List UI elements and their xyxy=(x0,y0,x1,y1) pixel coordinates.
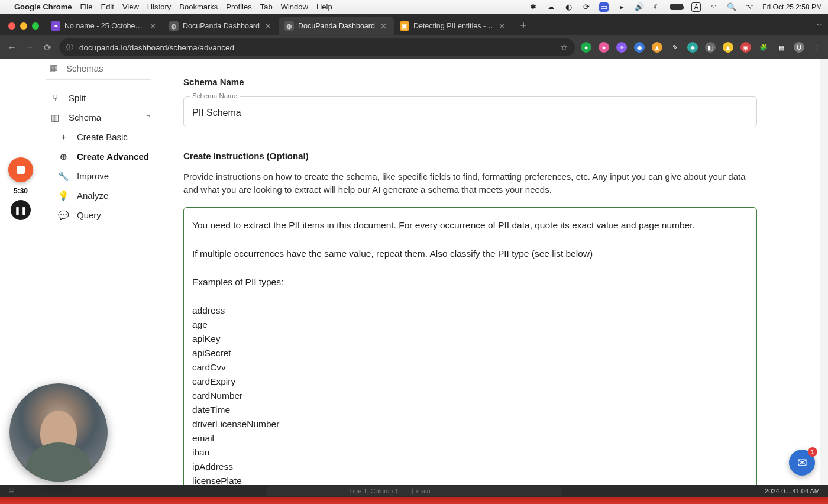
extension-icon[interactable]: ♣ xyxy=(687,42,698,53)
sidebar-label: Create Advanced xyxy=(77,151,149,161)
sidebar-label: Query xyxy=(77,210,101,220)
chrome-tab-strip: ✦ No name - 25 October 2024 ✕ ◍ DocuPand… xyxy=(0,14,828,35)
tab-favicon-icon: ▣ xyxy=(400,21,409,31)
chrome-menu-icon[interactable]: ⋮ xyxy=(811,42,822,53)
tab-close-icon[interactable]: ✕ xyxy=(148,22,157,31)
status-search-icon[interactable]: 🔍 xyxy=(727,2,736,12)
sidebar-item-schemas[interactable]: ▦ Schemas xyxy=(50,63,167,73)
sidebar-item-split[interactable]: ⑂ Split xyxy=(50,88,167,108)
extension-icon[interactable]: ● xyxy=(599,42,609,53)
extension-icon[interactable]: ◆ xyxy=(634,42,645,53)
screen-recorder-widget: 5:30 ❚❚ xyxy=(8,157,33,220)
browser-tab-1[interactable]: ✦ No name - 25 October 2024 ✕ xyxy=(45,17,163,35)
sidebar-item-analyze[interactable]: 💡 Analyze xyxy=(50,186,167,205)
site-info-icon[interactable]: ⓘ xyxy=(66,43,73,53)
status-play-icon[interactable]: ▸ xyxy=(617,2,626,12)
extension-icon[interactable]: ◉ xyxy=(740,42,751,53)
chevron-up-icon: ⌃ xyxy=(145,113,151,122)
sidebar-item-create-advanced[interactable]: ⊕ Create Advanced xyxy=(50,147,167,166)
window-minimize-button[interactable] xyxy=(20,22,27,30)
chat-badge: 1 xyxy=(808,447,817,457)
extension-icon[interactable]: ▲ xyxy=(723,42,733,53)
schema-name-field[interactable]: Schema Name xyxy=(183,96,757,127)
sidebar-label: Schema xyxy=(69,112,101,122)
sidebar-item-schema[interactable]: ▥ Schema ⌃ xyxy=(50,108,167,127)
tab-title: DocuPanda Dashboard xyxy=(298,22,375,30)
sidebar-item-improve[interactable]: 🔧 Improve xyxy=(50,166,167,186)
browser-tab-4[interactable]: ▣ Detecting PII entities - Amaz… ✕ xyxy=(394,17,512,35)
menu-edit[interactable]: Edit xyxy=(101,2,114,11)
extension-icon[interactable]: ◧ xyxy=(705,42,716,53)
extension-icon[interactable]: ● xyxy=(581,42,591,53)
menu-window[interactable]: Window xyxy=(281,2,308,11)
split-icon: ⑂ xyxy=(50,93,60,103)
sidebar-divider xyxy=(46,79,151,80)
status-clock: 2024-0....41.04 AM xyxy=(765,487,820,495)
sidebar-item-create-basic[interactable]: ＋ Create Basic xyxy=(50,127,167,147)
tab-close-icon[interactable]: ✕ xyxy=(379,22,388,31)
tab-close-icon[interactable]: ✕ xyxy=(264,22,273,31)
instructions-textarea[interactable]: You need to extract the PII items in thi… xyxy=(183,207,757,486)
new-tab-button[interactable]: ＋ xyxy=(512,18,535,35)
tabs-overflow-icon[interactable]: ﹀ xyxy=(816,21,823,31)
window-close-button[interactable] xyxy=(8,22,15,30)
webcam-preview[interactable] xyxy=(9,383,108,482)
status-control-center-icon[interactable]: ⌥ xyxy=(745,2,754,12)
page-content: ▦ Schemas ⑂ Split ▥ Schema ⌃ ＋ Create Ba… xyxy=(0,59,828,485)
status-sync-icon[interactable]: ⟳ xyxy=(581,2,591,12)
recording-timer: 5:30 xyxy=(14,187,28,195)
menu-bookmarks[interactable]: Bookmarks xyxy=(179,2,218,11)
menu-help[interactable]: Help xyxy=(316,2,332,11)
nav-back-button[interactable]: ← xyxy=(6,42,18,53)
status-keyboard-icon[interactable]: A xyxy=(691,2,701,12)
menu-file[interactable]: File xyxy=(80,2,93,11)
bottom-red-bar xyxy=(0,497,828,504)
sidebar-item-query[interactable]: 💬 Query xyxy=(50,205,167,225)
dock-hint xyxy=(266,486,562,496)
chrome-toolbar: ← → ⟳ ⓘ docupanda.io/dashboard/schema/ad… xyxy=(0,35,828,59)
stop-recording-button[interactable] xyxy=(8,157,33,182)
extension-icon[interactable]: ▲ xyxy=(652,42,662,53)
address-bar[interactable]: ⓘ docupanda.io/dashboard/schema/advanced… xyxy=(59,38,575,56)
menu-history[interactable]: History xyxy=(147,2,171,11)
status-wifi-icon[interactable]: ⌔ xyxy=(709,2,719,12)
menu-view[interactable]: View xyxy=(122,2,139,11)
pause-recording-button[interactable]: ❚❚ xyxy=(11,200,31,220)
window-controls xyxy=(5,22,45,35)
tab-title: No name - 25 October 2024 xyxy=(64,22,144,30)
plus-circle-icon: ⊕ xyxy=(58,151,69,162)
url-text: docupanda.io/dashboard/schema/advanced xyxy=(79,43,554,52)
plus-icon: ＋ xyxy=(58,131,69,143)
chat-icon: 💬 xyxy=(58,210,69,221)
menu-tab[interactable]: Tab xyxy=(260,2,273,11)
status-drop-icon[interactable]: ◐ xyxy=(564,2,573,12)
window-maximize-button[interactable] xyxy=(32,22,39,30)
main-form: Schema Name Schema Name Create Instructi… xyxy=(167,59,828,485)
status-dnd-icon[interactable]: ☾ xyxy=(652,2,662,12)
status-settings-icon[interactable]: ✱ xyxy=(528,2,538,12)
browser-tab-2[interactable]: ◍ DocuPanda Dashboard ✕ xyxy=(163,17,279,35)
status-battery-icon[interactable] xyxy=(670,4,683,10)
status-screenmirror-icon[interactable]: ▭ xyxy=(599,2,609,12)
nav-forward-button[interactable]: → xyxy=(24,42,35,53)
profile-avatar-icon[interactable]: U xyxy=(794,42,804,53)
menu-profiles[interactable]: Profiles xyxy=(226,2,251,11)
schema-name-input[interactable] xyxy=(192,108,748,118)
tab-close-icon[interactable]: ✕ xyxy=(497,22,506,31)
extensions-menu-icon[interactable]: 🧩 xyxy=(758,42,769,53)
schemas-icon: ▦ xyxy=(50,63,58,73)
nav-reload-button[interactable]: ⟳ xyxy=(41,42,53,53)
status-item[interactable]: ⌘ xyxy=(8,487,15,495)
browser-tab-3[interactable]: ◍ DocuPanda Dashboard ✕ xyxy=(279,17,394,35)
status-volume-icon[interactable]: 🔊 xyxy=(635,2,644,12)
instructions-heading: Create Instructions (Optional) xyxy=(183,151,757,161)
support-chat-button[interactable]: ✉︎ 1 xyxy=(789,450,815,476)
extension-icon[interactable]: ✎ xyxy=(669,42,680,53)
app-name[interactable]: Google Chrome xyxy=(14,2,72,11)
extension-icon[interactable]: ✳ xyxy=(616,42,627,53)
bookmark-star-icon[interactable]: ☆ xyxy=(560,42,568,53)
status-cloud-icon[interactable]: ☁︎ xyxy=(546,2,555,12)
instructions-description: Provide instructions on how to create th… xyxy=(183,170,757,196)
side-panel-icon[interactable]: ▤ xyxy=(776,42,787,53)
menubar-datetime[interactable]: Fri Oct 25 2:58 PM xyxy=(762,3,822,11)
